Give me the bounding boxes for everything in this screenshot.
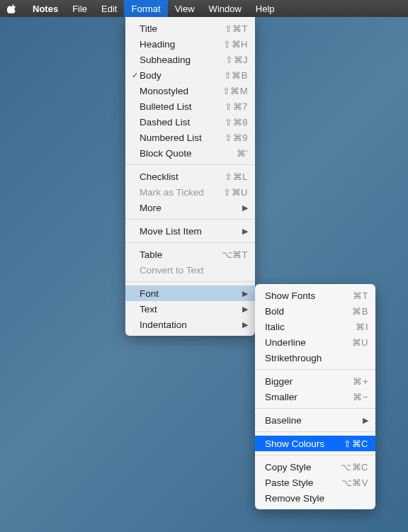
menu-item-smaller[interactable]: Smaller⌘− (255, 389, 375, 404)
menu-item-text[interactable]: Text▶ (125, 301, 255, 317)
chevron-right-icon: ▶ (239, 320, 248, 329)
menu-item-copy-style[interactable]: Copy Style⌥⌘C (255, 459, 375, 475)
menu-separator (255, 369, 375, 370)
menubar-item-window[interactable]: Window (202, 0, 249, 17)
menu-separator (255, 408, 375, 409)
menu-item-bulleted-list[interactable]: Bulleted List⇧⌘7 (125, 98, 255, 114)
menu-item-baseline[interactable]: Baseline▶ (255, 412, 375, 428)
menu-item-underline[interactable]: Underline⌘U (255, 334, 375, 350)
menu-item-bigger[interactable]: Bigger⌘+ (255, 373, 375, 389)
menubar-item-file[interactable]: File (65, 0, 94, 17)
chevron-right-icon: ▶ (360, 416, 368, 425)
menu-item-table[interactable]: Table⌥⌘T (125, 247, 255, 262)
menubar-app-name[interactable]: Notes (26, 0, 65, 17)
apple-icon[interactable] (7, 4, 17, 13)
menu-item-title[interactable]: Title⇧⌘T (125, 21, 255, 36)
chevron-right-icon: ▶ (239, 289, 248, 298)
menu-item-monostyled[interactable]: Monostyled⇧⌘M (125, 83, 255, 98)
menu-item-mark-as-ticked: Mark as Ticked⇧⌘U (125, 184, 255, 200)
menubar: Notes File Edit Format View Window Help (0, 0, 408, 17)
menu-separator (255, 455, 375, 455)
menubar-item-edit[interactable]: Edit (94, 0, 124, 17)
menu-item-show-fonts[interactable]: Show Fonts⌘T (255, 288, 375, 303)
menu-item-block-quote[interactable]: Block Quote⌘' (125, 145, 255, 161)
menu-separator (125, 164, 255, 165)
menu-item-show-colours[interactable]: Show Colours⇧⌘C (255, 436, 375, 451)
menu-separator (125, 242, 255, 243)
menu-item-dashed-list[interactable]: Dashed List⇧⌘8 (125, 114, 255, 130)
chevron-right-icon: ▶ (239, 305, 248, 314)
menu-item-numbered-list[interactable]: Numbered List⇧⌘9 (125, 130, 255, 145)
menu-item-convert-to-text: Convert to Text (125, 262, 255, 278)
menu-item-indentation[interactable]: Indentation▶ (125, 317, 255, 332)
menu-item-font[interactable]: Font▶ (125, 285, 255, 301)
menu-item-move-list-item[interactable]: Move List Item▶ (125, 223, 255, 239)
menu-item-heading[interactable]: Heading⇧⌘H (125, 36, 255, 52)
menu-separator (255, 431, 375, 432)
menu-item-remove-style[interactable]: Remove Style (255, 490, 375, 506)
font-submenu: Show Fonts⌘T Bold⌘B Italic⌘I Underline⌘U… (255, 284, 375, 509)
menu-item-strikethrough[interactable]: Strikethrough (255, 350, 375, 366)
menu-item-subheading[interactable]: Subheading⇧⌘J (125, 52, 255, 67)
menu-item-italic[interactable]: Italic⌘I (255, 319, 375, 334)
menubar-item-format[interactable]: Format (124, 0, 167, 17)
menu-item-more[interactable]: More▶ (125, 200, 255, 215)
menubar-item-view[interactable]: View (168, 0, 202, 17)
menu-item-bold[interactable]: Bold⌘B (255, 303, 375, 319)
menu-separator (125, 281, 255, 282)
chevron-right-icon: ▶ (239, 227, 248, 236)
format-menu: Title⇧⌘T Heading⇧⌘H Subheading⇧⌘J ✓Body⇧… (125, 17, 255, 336)
menu-separator (125, 219, 255, 220)
chevron-right-icon: ▶ (239, 203, 248, 213)
menu-item-body[interactable]: ✓Body⇧⌘B (125, 67, 255, 83)
menubar-item-help[interactable]: Help (249, 0, 282, 17)
menu-item-paste-style[interactable]: Paste Style⌥⌘V (255, 475, 375, 490)
check-icon: ✓ (130, 71, 140, 80)
menu-item-checklist[interactable]: Checklist⇧⌘L (125, 169, 255, 184)
